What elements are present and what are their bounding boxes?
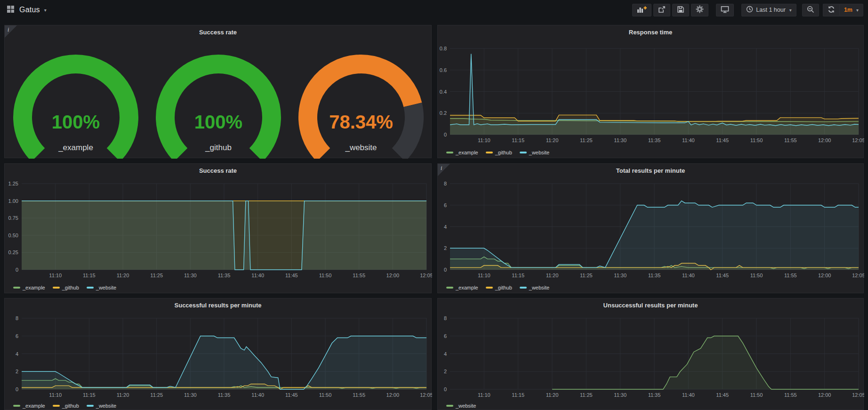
svg-text:11:55: 11:55 (784, 273, 797, 278)
legend-item[interactable]: _example (13, 285, 45, 290)
panel-total-results: i Total results per minute 11:1011:1511:… (437, 163, 864, 293)
legend-series-label: _example (23, 285, 45, 290)
chevron-down-icon: ▾ (856, 8, 859, 13)
time-range-picker[interactable]: Last 1 hour ▾ (741, 4, 796, 16)
svg-text:0.6: 0.6 (440, 67, 447, 73)
svg-text:1.25: 1.25 (8, 181, 18, 186)
legend-series-label: _website (96, 403, 116, 409)
response-time-chart[interactable]: 11:1011:1511:2011:2511:3011:3511:4011:45… (438, 25, 864, 159)
panel-info-corner[interactable] (5, 25, 17, 38)
cycle-view-button[interactable] (716, 4, 734, 16)
svg-text:8: 8 (444, 181, 447, 186)
legend-series-label: _example (456, 285, 478, 290)
legend-item[interactable]: _github (53, 285, 79, 290)
clock-icon (746, 6, 753, 14)
svg-text:11:20: 11:20 (117, 392, 129, 398)
info-icon: i (8, 26, 9, 33)
save-button[interactable] (672, 4, 689, 16)
svg-text:11:55: 11:55 (353, 392, 365, 398)
svg-text:11:25: 11:25 (150, 273, 163, 278)
legend-item[interactable]: _github (486, 285, 512, 290)
success-rate-chart[interactable]: 11:1011:1511:2011:2511:3011:3511:4011:45… (5, 164, 432, 294)
svg-text:11:10: 11:10 (478, 137, 490, 143)
svg-text:12:05: 12:05 (420, 392, 432, 398)
panel-title[interactable]: Success rate (5, 167, 431, 174)
svg-text:11:35: 11:35 (218, 273, 231, 278)
svg-text:0: 0 (16, 267, 18, 273)
unsuccessful-results-chart[interactable]: 11:1011:1511:2011:2511:3011:3511:4011:45… (438, 298, 864, 410)
svg-text:0.8: 0.8 (440, 46, 447, 51)
chevron-down-icon: ▾ (789, 8, 792, 13)
svg-text:0: 0 (16, 386, 18, 392)
legend-series-color (446, 287, 453, 289)
legend-series-label: _github (62, 285, 79, 290)
svg-text:11:30: 11:30 (614, 392, 627, 398)
legend-series-color (486, 287, 493, 289)
settings-button[interactable] (691, 4, 708, 16)
svg-text:11:35: 11:35 (648, 273, 661, 278)
share-button[interactable] (653, 4, 670, 16)
svg-text:11:30: 11:30 (184, 273, 197, 278)
legend: _example_github_website (13, 285, 116, 290)
legend-series-label: _website (456, 403, 476, 409)
svg-text:100%: 100% (52, 112, 100, 132)
svg-text:11:50: 11:50 (319, 392, 332, 398)
svg-text:11:50: 11:50 (750, 273, 763, 278)
svg-text:11:40: 11:40 (251, 392, 264, 398)
svg-text:11:40: 11:40 (682, 392, 695, 398)
svg-text:11:45: 11:45 (716, 137, 729, 143)
apps-grid-icon[interactable] (7, 5, 15, 15)
svg-text:11:35: 11:35 (648, 137, 661, 143)
legend-item[interactable]: _website (87, 403, 116, 409)
top-navbar: Gatus ▾ (0, 0, 868, 20)
panel-title[interactable]: Unsuccessful results per minute (438, 302, 863, 309)
svg-text:_github: _github (205, 143, 232, 152)
svg-text:0.25: 0.25 (8, 249, 18, 255)
refresh-interval-label: 1m (844, 7, 852, 13)
svg-text:11:45: 11:45 (285, 392, 298, 398)
svg-text:11:20: 11:20 (117, 273, 129, 278)
svg-text:11:10: 11:10 (49, 273, 62, 278)
panel-unsuccessful-results: Unsuccessful results per minute 11:1011:… (437, 298, 864, 410)
panel-title[interactable]: Successful results per minute (5, 302, 431, 309)
refresh-interval-picker[interactable]: 1m ▾ (839, 4, 863, 16)
panel-title[interactable]: Total results per minute (438, 167, 863, 174)
panel-title[interactable]: Response time (438, 29, 863, 36)
gear-icon (696, 5, 704, 15)
panel-info-corner[interactable] (438, 164, 450, 176)
svg-text:78.34%: 78.34% (329, 112, 393, 132)
successful-results-chart[interactable]: 11:1011:1511:2011:2511:3011:3511:4011:45… (5, 298, 432, 410)
legend-item[interactable]: _example (13, 403, 45, 409)
legend-item[interactable]: _example (446, 285, 478, 290)
svg-text:11:15: 11:15 (83, 273, 96, 278)
total-results-chart[interactable]: 11:1011:1511:2011:2511:3011:3511:4011:45… (438, 164, 864, 294)
legend-item[interactable]: _github (53, 403, 79, 409)
svg-text:11:50: 11:50 (750, 392, 763, 398)
zoom-out-button[interactable] (802, 4, 819, 16)
refresh-button[interactable] (823, 4, 839, 16)
success-rate-gauges-chart[interactable]: 100%_example100%_github78.34%_website (5, 25, 432, 159)
panel-success-rate-series: Success rate 11:1011:1511:2011:2511:3011… (4, 163, 432, 293)
dashboard-title-menu[interactable]: Gatus ▾ (19, 6, 47, 14)
svg-text:6: 6 (16, 333, 18, 339)
legend-item[interactable]: _website (446, 403, 476, 409)
svg-text:8: 8 (16, 315, 18, 321)
legend: _example_github_website (446, 150, 549, 155)
legend-series-color (446, 152, 453, 153)
legend-item[interactable]: _example (446, 150, 478, 155)
svg-text:11:10: 11:10 (49, 392, 62, 398)
panel-title[interactable]: Success rate (5, 29, 431, 36)
legend-item[interactable]: _github (486, 150, 512, 155)
svg-text:11:20: 11:20 (546, 137, 559, 143)
legend-item[interactable]: _website (520, 150, 549, 155)
svg-text:11:55: 11:55 (353, 273, 365, 278)
legend-item[interactable]: _website (87, 285, 116, 290)
save-icon (677, 6, 684, 15)
svg-text:12:05: 12:05 (852, 273, 864, 278)
svg-text:11:15: 11:15 (83, 392, 96, 398)
legend-item[interactable]: _website (520, 285, 549, 290)
svg-text:12:00: 12:00 (818, 273, 831, 278)
svg-text:100%: 100% (194, 112, 242, 132)
svg-text:11:45: 11:45 (716, 273, 729, 278)
add-panel-button[interactable] (632, 4, 651, 16)
